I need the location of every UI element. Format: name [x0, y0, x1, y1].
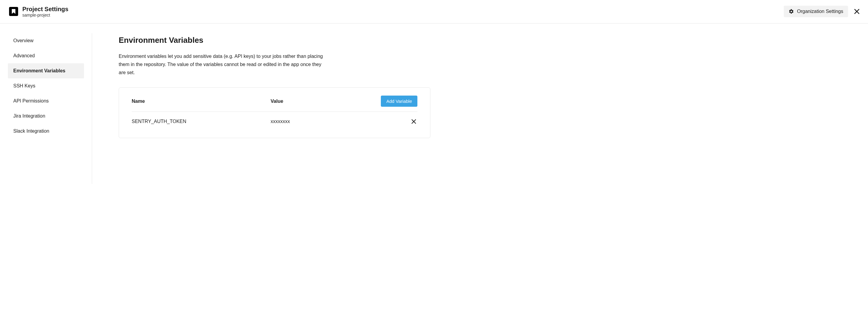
page-title-header: Project Settings	[22, 5, 68, 13]
header-title-block: Project Settings sample-project	[22, 5, 68, 18]
close-icon	[854, 9, 860, 14]
header-right: Organization Settings	[784, 6, 861, 17]
sidebar-item-slack-integration[interactable]: Slack Integration	[8, 123, 84, 139]
var-value: xxxxxxxx	[271, 119, 410, 124]
column-action: Add Variable	[381, 96, 417, 107]
sidebar-item-advanced[interactable]: Advanced	[8, 48, 84, 63]
gear-icon	[788, 9, 794, 14]
sidebar-item-overview[interactable]: Overview	[8, 33, 84, 48]
table-row: SENTRY_AUTH_TOKEN xxxxxxxx	[132, 112, 417, 125]
sidebar-item-ssh-keys[interactable]: SSH Keys	[8, 78, 84, 94]
row-action	[410, 118, 417, 125]
bookmark-icon	[11, 9, 16, 14]
add-variable-button[interactable]: Add Variable	[381, 96, 417, 107]
header-left: Project Settings sample-project	[9, 5, 68, 18]
sidebar-item-label: Environment Variables	[13, 68, 65, 73]
content: Environment Variables Environment variab…	[92, 33, 448, 184]
sidebar-item-label: Slack Integration	[13, 129, 49, 134]
sidebar: Overview Advanced Environment Variables …	[0, 33, 92, 184]
page-description: Environment variables let you add sensit…	[119, 52, 324, 77]
sidebar-item-label: SSH Keys	[13, 83, 35, 88]
project-name: sample-project	[22, 13, 68, 18]
org-settings-label: Organization Settings	[797, 9, 843, 14]
sidebar-item-label: Overview	[13, 38, 33, 43]
delete-variable-button[interactable]	[410, 118, 417, 125]
table-header-row: Name Value Add Variable	[132, 96, 417, 112]
sidebar-item-environment-variables[interactable]: Environment Variables	[8, 63, 84, 78]
column-header-name: Name	[132, 99, 271, 104]
sidebar-item-api-permissions[interactable]: API Permissions	[8, 94, 84, 109]
page-title: Environment Variables	[119, 36, 430, 45]
env-vars-card: Name Value Add Variable SENTRY_AUTH_TOKE…	[119, 87, 430, 138]
var-name: SENTRY_AUTH_TOKEN	[132, 119, 271, 124]
sidebar-item-label: Jira Integration	[13, 113, 45, 118]
organization-settings-button[interactable]: Organization Settings	[784, 6, 848, 17]
sidebar-item-label: Advanced	[13, 53, 35, 58]
close-icon	[411, 119, 416, 124]
main-wrap: Overview Advanced Environment Variables …	[0, 24, 868, 184]
sidebar-item-label: API Permissions	[13, 98, 49, 103]
page-header: Project Settings sample-project Organiza…	[0, 0, 868, 24]
project-icon	[9, 7, 18, 16]
sidebar-item-jira-integration[interactable]: Jira Integration	[8, 109, 84, 123]
close-button[interactable]	[853, 7, 861, 15]
column-header-value: Value	[271, 99, 381, 104]
